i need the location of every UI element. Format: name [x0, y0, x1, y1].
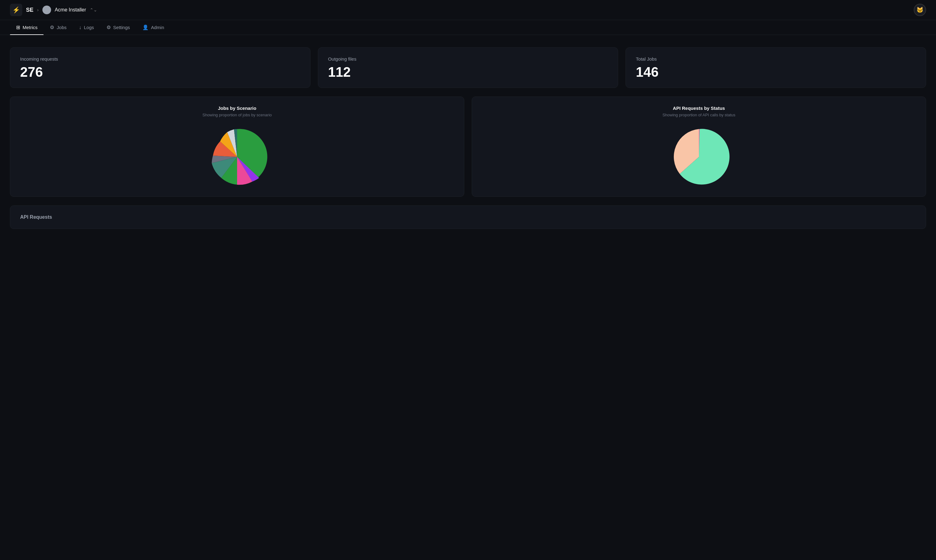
- tab-admin[interactable]: 👤 Admin: [136, 20, 171, 35]
- tab-logs[interactable]: ↓ Logs: [73, 20, 100, 35]
- incoming-requests-value: 276: [20, 65, 300, 79]
- jobs-chart-title: Jobs by Scenario: [218, 106, 256, 111]
- jobs-icon: ⚙: [50, 25, 54, 30]
- brand-label: SE: [26, 7, 34, 13]
- stat-card-total-jobs: Total Jobs 146: [625, 47, 926, 88]
- tab-metrics[interactable]: ⊞ Metrics: [10, 20, 44, 35]
- stat-card-outgoing: Outgoing files 112: [318, 47, 619, 88]
- chart-api-requests-by-status: API Requests by Status Showing proportio…: [472, 97, 926, 197]
- jobs-chart-subtitle: Showing proportion of jobs by scenario: [202, 112, 272, 117]
- api-requests-section: API Requests: [10, 205, 926, 229]
- breadcrumb-chevron: ›: [37, 8, 39, 12]
- tab-settings-label: Settings: [113, 25, 130, 30]
- api-chart-subtitle: Showing proportion of API calls by statu…: [662, 112, 736, 117]
- tab-settings[interactable]: ⚙ Settings: [100, 20, 136, 35]
- logo-icon: ⚡: [10, 4, 22, 16]
- app-name: Acme Installer: [55, 7, 86, 13]
- tab-metrics-label: Metrics: [23, 25, 37, 30]
- header: ⚡ SE › Acme Installer ⌃⌄ 🐱: [0, 0, 936, 20]
- settings-icon: ⚙: [106, 25, 111, 30]
- chart-jobs-by-scenario: Jobs by Scenario Showing proportion of j…: [10, 97, 464, 197]
- tab-jobs-label: Jobs: [57, 25, 66, 30]
- api-requests-title: API Requests: [20, 214, 916, 220]
- total-jobs-value: 146: [636, 65, 916, 79]
- app-avatar: [42, 6, 51, 14]
- stat-card-incoming: Incoming requests 276: [10, 47, 311, 88]
- metrics-icon: ⊞: [16, 25, 20, 30]
- incoming-requests-label: Incoming requests: [20, 56, 300, 62]
- tab-logs-label: Logs: [84, 25, 94, 30]
- charts-row: Jobs by Scenario Showing proportion of j…: [10, 97, 926, 197]
- stats-row: Incoming requests 276 Outgoing files 112…: [10, 47, 926, 88]
- admin-icon: 👤: [142, 25, 149, 30]
- total-jobs-label: Total Jobs: [636, 56, 916, 62]
- main-content: Incoming requests 276 Outgoing files 112…: [0, 35, 936, 242]
- user-avatar[interactable]: 🐱: [914, 4, 926, 16]
- outgoing-files-label: Outgoing files: [328, 56, 608, 62]
- api-chart-title: API Requests by Status: [673, 106, 725, 111]
- nav: ⊞ Metrics ⚙ Jobs ↓ Logs ⚙ Settings 👤 Adm…: [0, 20, 936, 35]
- jobs-pie-chart: [206, 126, 268, 188]
- header-left: ⚡ SE › Acme Installer ⌃⌄: [10, 4, 97, 16]
- logs-icon: ↓: [79, 25, 82, 30]
- outgoing-files-value: 112: [328, 65, 608, 79]
- sort-icon[interactable]: ⌃⌄: [90, 8, 97, 12]
- api-pie-chart: [668, 126, 730, 188]
- tab-jobs[interactable]: ⚙ Jobs: [44, 20, 73, 35]
- tab-admin-label: Admin: [151, 25, 164, 30]
